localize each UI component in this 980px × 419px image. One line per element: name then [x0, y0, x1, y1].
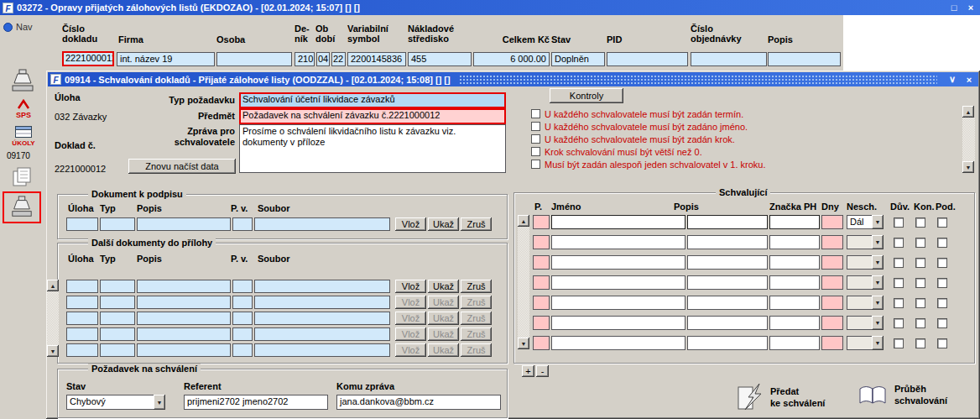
appr-p-cell[interactable] — [533, 336, 550, 350]
scroll-down-icon[interactable]: ▼ — [962, 161, 974, 173]
attach-pv-field[interactable] — [232, 327, 253, 341]
appr-nesch-combobox[interactable]: Dál ▼ — [847, 215, 884, 229]
attachments-scrollbar[interactable]: ▲ ▼ — [47, 280, 59, 357]
appr-znacka-field[interactable] — [769, 215, 820, 229]
appr-nesch-combobox[interactable]: ▼ — [847, 235, 884, 249]
checklist-scrollbar[interactable]: ▲ ▼ — [962, 106, 975, 173]
sidebar-item-approval-active[interactable] — [3, 191, 41, 223]
attach-soubor-field[interactable] — [254, 296, 390, 309]
sidebar-item-nav[interactable]: Nav — [3, 22, 33, 32]
appr-jmeno-field[interactable] — [551, 215, 685, 229]
appr-p-cell[interactable] — [533, 255, 550, 270]
appr-duv-checkbox[interactable] — [894, 278, 904, 288]
appr-duv-checkbox[interactable] — [894, 318, 904, 328]
sidebar-item-sps[interactable]: SPS — [11, 99, 36, 119]
attach-typ-field[interactable] — [100, 312, 135, 325]
prubeh-schvalovani-button[interactable]: Průběh schvalování — [858, 383, 947, 406]
appr-nesch-combobox[interactable]: ▼ — [847, 316, 884, 330]
appr-jmeno-field[interactable] — [551, 316, 685, 330]
predat-ke-schvaleni-button[interactable]: Předat ke schválení — [738, 383, 825, 411]
referent-field[interactable]: prijmeni2702 jmeno2702 — [184, 395, 328, 410]
appr-nesch-combobox[interactable]: ▼ — [847, 255, 884, 270]
cell-celkem-kc[interactable]: 6 000.00 — [473, 52, 550, 66]
vloz-button[interactable]: Vlož — [395, 280, 426, 293]
appr-kon-checkbox[interactable] — [915, 217, 925, 228]
reload-button[interactable]: Znovu načíst data — [128, 159, 236, 174]
bg-close-button[interactable]: × — [964, 2, 977, 13]
appr-kon-checkbox[interactable] — [915, 278, 925, 288]
appr-dny-field[interactable] — [821, 275, 843, 290]
appr-dny-field[interactable] — [821, 316, 843, 330]
zrus-button[interactable]: Zruš — [461, 280, 492, 293]
bg-maximize-button[interactable]: □ — [947, 2, 961, 13]
appr-jmeno-field[interactable] — [551, 255, 685, 270]
attach-uloha-field[interactable] — [66, 327, 98, 341]
doc-popis-field[interactable] — [137, 217, 231, 231]
scrollbar-track[interactable] — [47, 291, 59, 345]
attach-uloha-field[interactable] — [66, 296, 98, 309]
kontroly-button[interactable]: Kontroly — [550, 88, 623, 103]
dropdown-icon[interactable]: ▼ — [872, 296, 884, 310]
appr-kon-checkbox[interactable] — [915, 338, 925, 348]
appr-znacka-field[interactable] — [769, 235, 820, 249]
attach-uloha-field[interactable] — [66, 343, 98, 357]
fg-shade-button[interactable]: ∨ — [946, 74, 959, 86]
check-checkbox[interactable] — [531, 122, 540, 131]
cell-cislo-objednavky[interactable] — [691, 52, 767, 66]
appr-p-cell[interactable] — [533, 235, 550, 249]
cell-variabilni-symbol[interactable]: 2200145836 — [347, 52, 406, 66]
cell-obdobi-rok[interactable]: 22 — [331, 52, 346, 66]
dropdown-icon[interactable]: ▼ — [872, 336, 884, 350]
appr-nesch-combobox[interactable]: ▼ — [847, 336, 884, 350]
appr-nesch-combobox[interactable]: ▼ — [847, 296, 884, 310]
check-checkbox[interactable] — [531, 109, 540, 118]
appr-pod-checkbox[interactable] — [937, 238, 947, 248]
attach-soubor-field[interactable] — [254, 343, 390, 357]
attach-soubor-field[interactable] — [254, 280, 390, 293]
zprava-field[interactable]: Prosíme o schválení likvidačního listu k… — [239, 124, 506, 173]
ukaz-button[interactable]: Ukaž — [428, 217, 459, 231]
zrus-button[interactable]: Zruš — [461, 217, 492, 231]
appr-popis-field[interactable] — [687, 275, 768, 290]
attach-soubor-field[interactable] — [254, 312, 390, 325]
doc-typ-field[interactable] — [100, 217, 135, 231]
typ-pozadavku-field[interactable]: Schvalování účetní likvidace závazků — [239, 92, 506, 108]
appr-znacka-field[interactable] — [769, 255, 820, 270]
scroll-up-icon[interactable]: ▲ — [518, 215, 529, 227]
doc-uloha-field[interactable] — [66, 217, 98, 231]
scroll-up-icon[interactable]: ▲ — [962, 106, 974, 118]
appr-kon-checkbox[interactable] — [915, 298, 925, 308]
attach-pv-field[interactable] — [232, 312, 253, 325]
attach-uloha-field[interactable] — [66, 312, 98, 325]
approvers-scrollbar[interactable]: ▲ ▼ — [518, 215, 529, 349]
attach-pv-field[interactable] — [232, 343, 253, 357]
attach-soubor-field[interactable] — [254, 327, 390, 341]
vloz-button[interactable]: Vlož — [395, 217, 426, 231]
cell-nakladove-stredisko[interactable]: 455 — [408, 52, 472, 66]
appr-jmeno-field[interactable] — [551, 275, 685, 290]
scrollbar-track[interactable] — [518, 227, 529, 338]
attach-typ-field[interactable] — [100, 296, 135, 309]
appr-kon-checkbox[interactable] — [915, 318, 925, 328]
sidebar-item-approval-stamp[interactable] — [9, 69, 36, 96]
stav-combobox[interactable]: Chybový ▼ — [66, 395, 165, 410]
appr-jmeno-field[interactable] — [551, 296, 685, 310]
ukaz-button[interactable]: Ukaž — [428, 280, 459, 293]
cell-denik[interactable]: 210 — [295, 52, 315, 66]
dropdown-icon[interactable]: ▼ — [872, 275, 884, 290]
appr-p-cell[interactable] — [533, 215, 550, 229]
appr-popis-field[interactable] — [687, 215, 768, 229]
appr-pod-checkbox[interactable] — [937, 338, 947, 348]
appr-popis-field[interactable] — [687, 255, 768, 270]
appr-dny-field[interactable] — [821, 296, 843, 310]
appr-dny-field[interactable] — [821, 336, 843, 350]
cell-stav[interactable]: Doplněn — [551, 52, 605, 66]
appr-kon-checkbox[interactable] — [915, 258, 925, 268]
appr-znacka-field[interactable] — [769, 275, 820, 290]
appr-znacka-field[interactable] — [769, 316, 820, 330]
attach-typ-field[interactable] — [100, 280, 135, 293]
cell-obdobi[interactable]: 04 — [316, 52, 330, 66]
dropdown-icon[interactable]: ▼ — [872, 316, 884, 330]
doc-soubor-field[interactable] — [254, 217, 390, 231]
cell-osoba[interactable] — [216, 52, 292, 66]
